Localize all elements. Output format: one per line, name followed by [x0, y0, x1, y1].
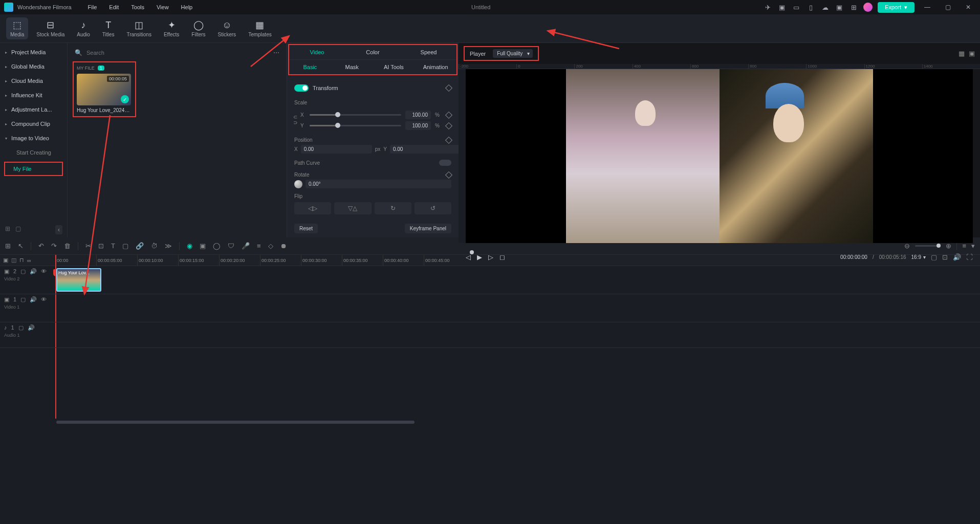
hdr-icon-2[interactable]: ◫	[11, 257, 16, 264]
tool-transitions[interactable]: ◫Transitions	[122, 17, 156, 39]
settings-icon[interactable]: ▣	[835, 3, 844, 12]
mute-icon[interactable]: 🔊	[30, 296, 37, 303]
visibility-icon[interactable]: 👁	[41, 268, 47, 275]
flip-horizontal-button[interactable]: ◁▷	[294, 202, 331, 214]
visibility-icon[interactable]: 👁	[41, 296, 47, 303]
track-lane-video-1[interactable]	[55, 294, 980, 322]
magnet-icon[interactable]: ⊓	[19, 257, 24, 264]
timeline-clip[interactable]: Hug Your Lov...	[56, 268, 101, 292]
mute-icon[interactable]: 🔊	[30, 268, 37, 275]
sidebar-my-file[interactable]: My File	[4, 162, 63, 176]
more-icon[interactable]: ⋯	[273, 49, 279, 56]
sidebar-adjustment-layer[interactable]: ▸Adjustment La...	[0, 102, 67, 117]
sidebar-global-media[interactable]: ▸Global Media	[0, 59, 67, 74]
track-lane-empty[interactable]	[55, 348, 980, 420]
tool-templates[interactable]: ▦Templates	[244, 17, 276, 39]
ruler-mark[interactable]: 00:00:05:00	[96, 255, 137, 266]
scale-x-input[interactable]	[405, 111, 431, 119]
link-tl-icon[interactable]: ∞	[27, 257, 31, 264]
keyframe-icon[interactable]	[445, 111, 452, 118]
ruler-mark[interactable]: 00:00:40:00	[383, 255, 424, 266]
screen-icon[interactable]: ▭	[792, 3, 801, 12]
menu-help[interactable]: Help	[175, 2, 199, 13]
preview-canvas[interactable]	[466, 69, 973, 243]
marker-button[interactable]: ◇	[268, 242, 273, 250]
track-lane-audio-1[interactable]	[55, 322, 980, 348]
cursor-icon[interactable]: ↖	[18, 242, 24, 250]
color-tl-button[interactable]: ◯	[213, 242, 221, 250]
rotate-input[interactable]	[306, 180, 451, 188]
new-folder-icon[interactable]: ⊞	[5, 225, 10, 234]
ruler-mark[interactable]: 00:00:30:00	[301, 255, 342, 266]
rotate-ccw-button[interactable]: ↺	[415, 202, 451, 214]
ruler-mark[interactable]: 00:00:35:00	[342, 255, 383, 266]
ruler-mark[interactable]: 00:00:25:00	[260, 255, 301, 266]
scale-y-slider[interactable]	[310, 125, 401, 126]
track-header-video-1[interactable]: ▣1▢🔊👁 Video 1	[0, 294, 55, 322]
track-header-audio-1[interactable]: ♪1▢🔊 Audio 1	[0, 322, 55, 348]
keyframe-panel-button[interactable]: Keyframe Panel	[405, 224, 451, 233]
keyframe-icon[interactable]	[445, 84, 452, 92]
close-button[interactable]: ✕	[961, 2, 976, 12]
delete-button[interactable]: 🗑	[64, 242, 71, 250]
pathcurve-toggle[interactable]	[439, 160, 451, 166]
subtab-animation[interactable]: Animation	[415, 60, 456, 74]
tab-video[interactable]: Video	[289, 45, 345, 59]
ruler-mark[interactable]: 00:00:15:00	[178, 255, 219, 266]
link-icon[interactable]: ⊂⊃	[293, 114, 297, 125]
ruler-mark[interactable]: 00:00:10:00	[137, 255, 178, 266]
cut-button[interactable]: ✂	[85, 242, 91, 250]
sidebar-compound-clip[interactable]: ▸Compound Clip	[0, 117, 67, 131]
ai-button[interactable]: ◉	[187, 242, 192, 250]
redo-button[interactable]: ↷	[51, 242, 57, 250]
adjust-button[interactable]: ≡	[257, 242, 261, 250]
maximize-button[interactable]: ▢	[940, 2, 955, 12]
menu-edit[interactable]: Edit	[103, 2, 125, 13]
tab-speed[interactable]: Speed	[401, 45, 456, 59]
rotate-knob[interactable]	[294, 180, 302, 188]
view-options-button[interactable]: ≡	[962, 242, 966, 250]
media-clip-thumbnail[interactable]: 00:00:05 ✓	[77, 74, 131, 105]
position-y-input[interactable]	[390, 145, 459, 154]
shield-button[interactable]: 🛡	[228, 242, 234, 250]
copy-button[interactable]: ▢	[122, 242, 128, 250]
grid-icon[interactable]: ⊞	[5, 242, 11, 250]
transform-toggle[interactable]	[294, 84, 309, 92]
apps-icon[interactable]: ⊞	[849, 3, 858, 12]
ruler-mark[interactable]: 00:00	[55, 255, 96, 266]
position-x-input[interactable]	[301, 145, 372, 154]
menu-tools[interactable]: Tools	[125, 2, 150, 13]
layers-icon[interactable]: ▣	[777, 3, 787, 12]
sidebar-project-media[interactable]: ▸Project Media	[0, 45, 67, 59]
rotate-cw-button[interactable]: ↻	[375, 202, 411, 214]
subtab-basic[interactable]: Basic	[289, 60, 331, 74]
undo-button[interactable]: ↶	[38, 242, 44, 250]
dropdown-icon[interactable]: ▾	[971, 242, 975, 250]
folder-icon[interactable]: ▢	[18, 324, 24, 331]
sidebar-influence-kit[interactable]: ▸Influence Kit	[0, 88, 67, 102]
tool-titles[interactable]: TTitles	[98, 17, 119, 39]
sidebar-image-to-video[interactable]: ▾Image to Video	[0, 131, 67, 145]
subtab-mask[interactable]: Mask	[331, 60, 373, 74]
collapse-icon[interactable]: ‹	[55, 225, 62, 234]
link-button[interactable]: 🔗	[136, 242, 144, 250]
sidebar-cloud-media[interactable]: ▸Cloud Media	[0, 74, 67, 88]
more-button[interactable]: ≫	[165, 242, 172, 250]
keyframe-icon[interactable]	[445, 122, 452, 129]
mic-button[interactable]: 🎤	[242, 242, 250, 250]
minimize-button[interactable]: —	[920, 2, 935, 12]
menu-view[interactable]: View	[150, 2, 175, 13]
ruler-mark[interactable]: 00:00:20:00	[219, 255, 260, 266]
zoom-out-button[interactable]: ⊖	[904, 242, 910, 250]
mute-icon[interactable]: 🔊	[28, 324, 35, 331]
crop-button[interactable]: ⊡	[98, 242, 104, 250]
tab-color[interactable]: Color	[345, 45, 401, 59]
snapshot-icon[interactable]: ▣	[969, 50, 975, 57]
tool-filters[interactable]: ◯Filters	[187, 17, 209, 39]
zoom-in-button[interactable]: ⊕	[946, 242, 951, 250]
timeline-scrollbar[interactable]	[55, 420, 980, 425]
tool-media[interactable]: ⬚Media	[6, 17, 28, 39]
track-lane-video-2[interactable]: Hug Your Lov...	[55, 266, 980, 294]
document-icon[interactable]: ▯	[806, 3, 815, 12]
track-header-video-2[interactable]: ▣2▢🔊👁 Video 2	[0, 266, 55, 294]
